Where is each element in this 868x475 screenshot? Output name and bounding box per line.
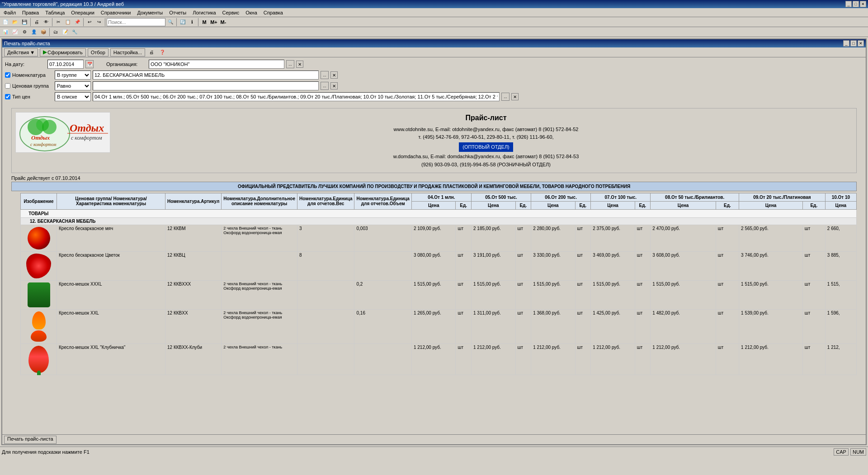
status-hint: Для получения подсказки нажмите F1: [2, 449, 90, 455]
refresh-button[interactable]: 🔄: [178, 18, 187, 27]
row-u1-3: шт: [456, 280, 472, 309]
tb2-btn8[interactable]: 🔧: [70, 28, 79, 37]
date-picker-button[interactable]: 📅: [85, 60, 94, 68]
undo-button[interactable]: ↩: [85, 18, 94, 27]
date-input[interactable]: [47, 60, 84, 69]
minimize-button[interactable]: _: [845, 1, 852, 7]
info-button[interactable]: ℹ: [188, 18, 197, 27]
price-group-checkbox[interactable]: [5, 83, 10, 89]
price-list-scroll[interactable]: Отдых с комфортом Отдых с комфортом Прай…: [2, 103, 866, 434]
actions-button[interactable]: Действия ▼: [4, 48, 38, 56]
menu-logistics[interactable]: Логистика: [190, 9, 218, 16]
col-group-6: 09.От 20 тыс./Платиновая: [739, 193, 826, 201]
row-u6-4: шт: [802, 309, 825, 343]
row-p3-1: 2 280,00 руб.: [531, 225, 575, 251]
tb2-btn2[interactable]: 📈: [10, 28, 19, 37]
svg-text:Отдых: Отдых: [70, 122, 104, 134]
nomenclature-clear-button[interactable]: ✕: [330, 71, 338, 79]
tb-mp[interactable]: М+: [209, 18, 218, 27]
row-p5-5: 1 212,00 руб.: [651, 343, 716, 375]
open-button[interactable]: 📂: [10, 18, 19, 27]
nomenclature-filter-select[interactable]: В группе Равно: [55, 71, 91, 80]
menu-service[interactable]: Сервис: [220, 9, 242, 16]
price-col-1: Цена: [411, 201, 455, 209]
cut-button[interactable]: ✂: [54, 18, 63, 27]
price-group-input[interactable]: [93, 81, 319, 90]
tb2-btn6[interactable]: 🗂: [51, 28, 60, 37]
nomenclature-checkbox[interactable]: [5, 72, 10, 78]
menu-references[interactable]: Справочники: [98, 9, 134, 16]
row-u5-4: шт: [716, 309, 739, 343]
tb2-btn3[interactable]: ⚙: [20, 28, 29, 37]
tb2-btn4[interactable]: 👤: [29, 28, 38, 37]
selection-button[interactable]: Отбор: [88, 48, 108, 56]
menu-documents[interactable]: Документы: [134, 9, 165, 16]
sub-minimize-button[interactable]: _: [843, 40, 849, 47]
maximize-button[interactable]: □: [853, 1, 859, 7]
nomenclature-input[interactable]: [93, 71, 319, 80]
sub-maximize-button[interactable]: □: [850, 40, 857, 47]
row-u5-5: шт: [716, 343, 739, 375]
row-name-1: Кресло бескаркасное мяч: [57, 225, 165, 251]
tb-m[interactable]: М: [200, 18, 209, 27]
price-group-select-button[interactable]: ...: [321, 82, 329, 90]
price-type-clear-button[interactable]: ✕: [511, 93, 519, 100]
tb2-btn7[interactable]: 📝: [61, 28, 70, 37]
row-image-3: [21, 280, 57, 309]
row-p1-4: 1 265,00 руб.: [411, 309, 455, 343]
menu-reports[interactable]: Отчеты: [166, 9, 189, 16]
search-button[interactable]: 🔍: [166, 18, 175, 27]
preview-button[interactable]: 👁: [42, 18, 51, 27]
row-u6-3: шт: [802, 280, 825, 309]
title-controls: _ □ ✕: [845, 1, 866, 7]
row-p7-3: 1 515,: [825, 280, 856, 309]
save-button[interactable]: 💾: [20, 18, 29, 27]
row-u5-2: шт: [716, 251, 739, 280]
settings-button[interactable]: Настройка...: [110, 48, 145, 56]
menu-edit[interactable]: Правка: [19, 9, 42, 16]
tb-mm[interactable]: М-: [219, 18, 228, 27]
table-row: Кресло-мешок XXL "Клубничка" 12 ККBXX-Кл…: [21, 343, 857, 375]
search-input[interactable]: [107, 18, 165, 26]
menu-operations[interactable]: Операции: [68, 9, 97, 16]
col-group-3: 06.От 200 тыс.: [531, 193, 591, 201]
close-button[interactable]: ✕: [860, 1, 866, 7]
org-clear-button[interactable]: ✕: [296, 61, 303, 68]
org-select-button[interactable]: ...: [286, 60, 294, 68]
price-col-4: Цена: [591, 201, 635, 209]
row-p4-1: 2 375,00 руб.: [591, 225, 635, 251]
row-p6-4: 1 539,00 руб.: [739, 309, 803, 343]
row-u2-3: шт: [515, 280, 531, 309]
price-table-container[interactable]: Изображение Ценовая группа/ Номенклатура…: [11, 193, 866, 375]
tb2-btn1[interactable]: 📊: [1, 28, 10, 37]
sub-close-button[interactable]: ✕: [858, 40, 864, 47]
redo-button[interactable]: ↪: [94, 18, 104, 27]
sub-tb-icon1[interactable]: 🖨: [147, 48, 156, 57]
paste-button[interactable]: 📌: [73, 18, 82, 27]
price-group-clear-button[interactable]: ✕: [330, 82, 338, 89]
menu-windows[interactable]: Окна: [243, 9, 260, 16]
row-u5-3: шт: [716, 280, 739, 309]
price-type-checkbox[interactable]: [5, 94, 10, 99]
price-type-filter-select[interactable]: В списке: [55, 92, 91, 101]
menu-table[interactable]: Таблица: [42, 9, 67, 16]
price-type-row: Тип цен В списке ... ✕: [5, 92, 863, 102]
form-button[interactable]: ▶ Сформировать: [40, 48, 86, 56]
tb2-btn5[interactable]: 📦: [39, 28, 48, 37]
print-button[interactable]: 🖨: [32, 18, 41, 27]
row-p6-5: 1 212,00 руб.: [739, 343, 803, 375]
new-button[interactable]: 📄: [1, 18, 10, 27]
sub-tb-icon2[interactable]: ❓: [158, 48, 167, 57]
menu-help[interactable]: Справка: [261, 9, 286, 16]
org-input[interactable]: [149, 60, 284, 69]
price-type-select-button[interactable]: ...: [501, 93, 509, 101]
nomenclature-select-button[interactable]: ...: [321, 71, 329, 79]
price-group-filter-select[interactable]: Равно: [55, 81, 91, 90]
menu-file[interactable]: Файл: [1, 9, 19, 16]
row-volume-5: [354, 343, 411, 375]
price-table: Изображение Ценовая группа/ Номенклатура…: [20, 193, 857, 375]
copy-button[interactable]: 📋: [63, 18, 72, 27]
print-pricelist-button[interactable]: Печать прайс-листа: [4, 436, 57, 444]
price-type-input[interactable]: [93, 92, 500, 101]
row-u2-2: шт: [515, 251, 531, 280]
